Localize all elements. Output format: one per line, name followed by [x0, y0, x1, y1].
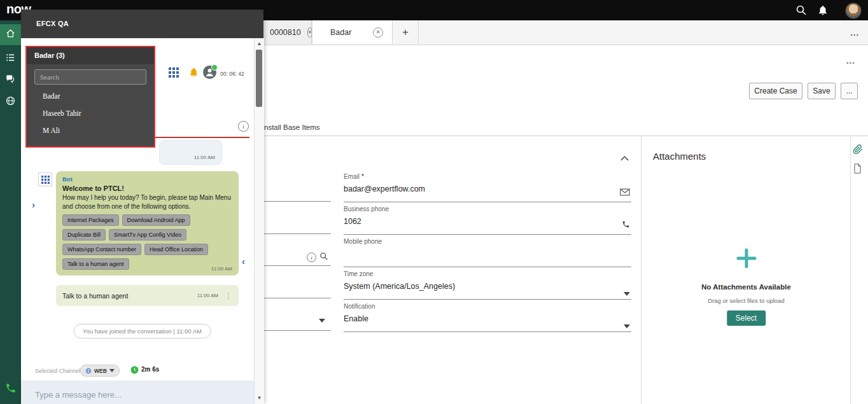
notification-select[interactable]: Enable: [344, 314, 631, 324]
quick-reply-chip[interactable]: Talk to a human agent: [62, 258, 129, 270]
record-more-button[interactable]: ...: [846, 56, 855, 66]
channel-select-chip[interactable]: WEB: [80, 365, 120, 377]
attachments-panel: Attachments No Attachments Available Dra…: [641, 136, 851, 404]
no-attachments-title: No Attachments Available: [641, 283, 851, 291]
search-icon[interactable]: [795, 4, 807, 16]
add-tab-button[interactable]: +: [393, 20, 419, 44]
reference-search-icon[interactable]: [319, 252, 328, 263]
user-avatar[interactable]: [845, 3, 862, 19]
globe-icon: [5, 95, 16, 109]
bot-message-bubble: Bot Welcome to PTCL! How may I help you …: [56, 171, 239, 275]
save-button[interactable]: Save: [808, 83, 836, 99]
quick-reply-chip[interactable]: Duplicate Bill: [62, 229, 106, 240]
dropdown-item-list: Badar Haseeb Tahir M Ali: [27, 88, 154, 139]
web-globe-icon: [85, 365, 92, 377]
dropdown-item-m-ali[interactable]: M Ali: [27, 122, 154, 139]
chat-scrollbar: ▲ ▼: [254, 38, 264, 404]
channel-value: WEB: [94, 368, 107, 374]
chevron-down-icon: [109, 369, 115, 372]
add-attachment-plus-icon[interactable]: [641, 247, 851, 272]
scroll-up-icon[interactable]: ▲: [255, 39, 264, 48]
sidebar-item-lists[interactable]: [0, 48, 21, 69]
scroll-down-icon[interactable]: ▼: [255, 394, 264, 403]
tab-overflow-button[interactable]: ...: [850, 28, 859, 38]
chevron-down-icon[interactable]: [624, 324, 630, 328]
quick-reply-chip[interactable]: Head Office Location: [144, 244, 208, 255]
document-icon[interactable]: [853, 164, 862, 176]
tab-label: 0000810: [270, 28, 301, 37]
quick-reply-chip[interactable]: Internet Packages: [62, 214, 119, 226]
notifications-bell-icon[interactable]: [817, 4, 829, 16]
field-business-phone: Business phone 1062: [344, 205, 631, 235]
chat-workspace-title: EFCX QA: [36, 10, 69, 38]
field-underline: [344, 299, 631, 300]
sidebar-item-conversations[interactable]: [0, 70, 21, 91]
tab-case[interactable]: 0000810 ✕: [263, 20, 312, 44]
section-tab-install-base-items[interactable]: nstall Base Items: [264, 123, 320, 131]
quick-reply-chip[interactable]: WhatsApp Contact number: [62, 244, 141, 255]
chat-duration: 2m 6s: [141, 366, 159, 373]
mobile-phone-field[interactable]: [344, 249, 631, 259]
chat-panel-header: EFCX QA: [21, 10, 263, 38]
contact-avatar[interactable]: [203, 66, 216, 79]
quick-reply-chip[interactable]: SmartTv App Config Video: [109, 229, 186, 240]
dropdown-item-badar[interactable]: Badar: [27, 88, 154, 105]
participants-dropdown: Badar (3) Badar Haseeb Tahir M Ali: [25, 46, 155, 148]
list-icon: [5, 52, 16, 66]
dropdown-search-input[interactable]: [35, 70, 146, 84]
chat-bubbles-icon: [5, 74, 16, 87]
message-input[interactable]: [21, 380, 254, 404]
required-marker: *: [361, 173, 364, 180]
field-mobile-phone: Mobile phone: [344, 238, 631, 267]
time-zone-select[interactable]: System (America/Los_Angeles): [344, 282, 631, 291]
phone-icon: [622, 219, 630, 231]
toolbar-more-button[interactable]: ...: [841, 83, 858, 99]
sidebar-item-home[interactable]: [0, 24, 21, 45]
field-underline-fragment: [263, 233, 331, 234]
bot-avatar-grid-icon: [38, 172, 52, 186]
create-case-button[interactable]: Create Case: [749, 83, 802, 99]
reference-info-icon[interactable]: i: [307, 253, 316, 262]
sidebar-item-workspaces[interactable]: [0, 92, 21, 113]
dropdown-item-haseeb-tahir[interactable]: Haseeb Tahir: [27, 105, 154, 122]
apps-grid-icon[interactable]: [169, 67, 179, 80]
expand-panel-chevron-icon[interactable]: ›: [32, 199, 35, 210]
tab-badar[interactable]: Badar ✕: [312, 20, 393, 44]
session-timer: 00: 06: 42: [220, 71, 244, 77]
message-timestamp: 11:00 AM: [211, 266, 232, 272]
bot-greeting-body: How may I help you today? To begin, plea…: [62, 193, 232, 211]
field-underline: [344, 202, 631, 202]
bot-name: Bot: [62, 176, 232, 183]
select-files-button[interactable]: Select: [727, 310, 766, 326]
quick-reply-chip[interactable]: Download Android App: [122, 214, 190, 226]
scrollbar-thumb[interactable]: [256, 50, 262, 107]
business-phone-field[interactable]: 1062: [344, 217, 631, 226]
message-composer: [21, 380, 254, 404]
app-canvas: now 0000810 ✕ Badar: [0, 0, 868, 404]
field-label: Email*: [344, 173, 631, 180]
field-underline-fragment: [263, 201, 331, 202]
field-underline: [344, 234, 631, 235]
tab-close-icon[interactable]: ✕: [373, 27, 383, 38]
tab-label: Badar: [330, 28, 351, 37]
collapse-panel-chevron-icon[interactable]: ‹: [242, 256, 245, 267]
select-caret-icon[interactable]: [319, 319, 325, 323]
home-icon: [5, 28, 16, 41]
message-menu-icon[interactable]: ⋮: [225, 291, 232, 300]
message-timestamp: 11:00 AM: [194, 155, 215, 160]
chat-bell-icon[interactable]: [188, 67, 199, 80]
field-underline: [344, 267, 631, 267]
message-timestamp: 11:00 AM: [197, 293, 218, 298]
field-underline-fragment: [263, 265, 331, 266]
incoming-message-bubble: 11:00 AM: [159, 140, 222, 165]
chevron-down-icon[interactable]: [624, 292, 630, 296]
attachments-title: Attachments: [653, 151, 706, 162]
selected-channel-label: Selected Channel:: [35, 368, 82, 374]
sidebar-item-phone[interactable]: [0, 379, 21, 400]
email-field[interactable]: badar@expertflow.com: [344, 185, 631, 194]
conversation-info-icon[interactable]: i: [238, 121, 249, 132]
field-label: Mobile phone: [344, 238, 631, 245]
section-collapse-chevron-icon[interactable]: [620, 153, 629, 164]
paperclip-icon[interactable]: [853, 144, 863, 157]
customer-message-bubble: Talk to a human agent 11:00 AM ⋮: [56, 285, 239, 306]
